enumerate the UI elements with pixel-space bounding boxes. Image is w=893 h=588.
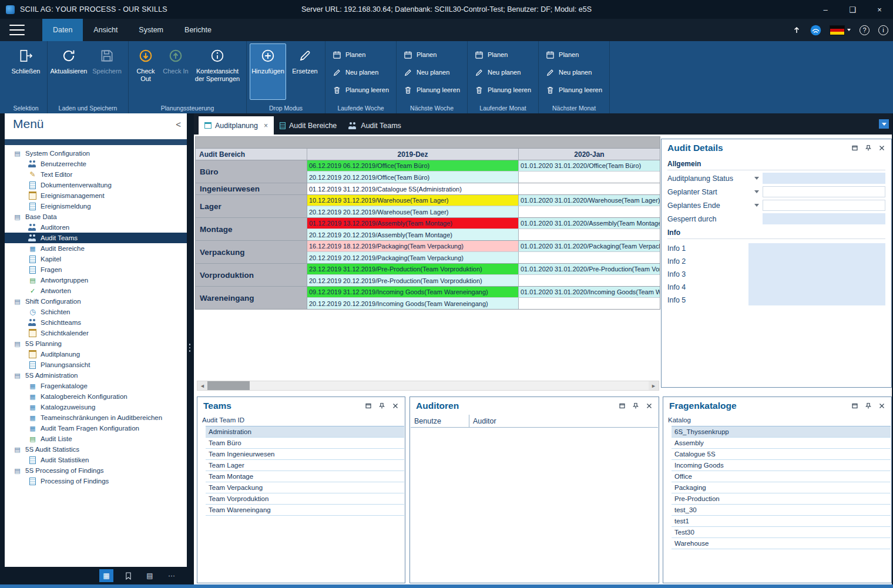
pin-panel-icon[interactable]	[865, 145, 872, 152]
plan-current-week-button[interactable]: Planen	[328, 47, 393, 62]
sidebar-item-katalogbereich-konfiguration[interactable]: Katalogbereich Konfiguration	[5, 391, 187, 402]
sidebar-item-audit-liste[interactable]: Audit Liste	[5, 434, 187, 444]
menu-tab-ansicht[interactable]: Ansicht	[83, 19, 128, 41]
sidebar-item-kapitel[interactable]: Kapitel	[5, 254, 187, 264]
dropdown-caret-icon[interactable]	[754, 204, 763, 207]
sidebar-item-fragen[interactable]: Fragen	[5, 264, 187, 275]
list-item[interactable]: Administration	[206, 426, 404, 438]
plan-cell[interactable]	[519, 172, 660, 183]
list-item[interactable]: test_30	[672, 505, 891, 516]
plan-cell[interactable]	[519, 229, 660, 240]
replan-current-week-button[interactable]: Neu planen	[328, 65, 393, 80]
sidebar-item-audit-bereiche[interactable]: Audit Bereiche	[5, 243, 187, 254]
sidebar-item-schichtkalender[interactable]: Schichtkalender	[5, 328, 187, 338]
clear-next-week-button[interactable]: Planung leeren	[400, 82, 464, 98]
sidebar-item-audit-statistiken[interactable]: Audit Statistiken	[5, 455, 187, 465]
plan-cell[interactable]: 09.12.2019 31.12.2019/Incoming Goods(Tea…	[307, 287, 519, 297]
list-item[interactable]: Incoming Goods	[672, 460, 891, 471]
dropdown-caret-icon[interactable]	[754, 177, 763, 180]
plan-cell[interactable]	[519, 298, 660, 309]
list-item[interactable]: Assembly	[672, 438, 891, 449]
tab-audit-teams[interactable]: Audit Teams	[343, 116, 407, 135]
info-fields-area[interactable]	[748, 243, 885, 305]
pin-panel-icon[interactable]	[632, 402, 639, 409]
sidebar-item-shift-configuration[interactable]: Shift Configuration	[5, 296, 187, 307]
sidebar-item-5s-planning[interactable]: 5S Planning	[5, 338, 187, 349]
gesperrt-durch-field[interactable]	[763, 213, 885, 224]
plan-cell[interactable]	[519, 252, 660, 263]
sidebar-item-audit-team-fragen-konfiguration[interactable]: Audit Team Fragen Konfiguration	[5, 423, 187, 434]
context-view-locks-button[interactable]: Kontextansicht der Sperrungen	[192, 43, 243, 100]
list-item[interactable]: Pre-Production	[672, 493, 891, 505]
list-item[interactable]: Test30	[672, 527, 891, 538]
sidebar-item-ereignismanagement[interactable]: Ereignismanagement	[5, 190, 187, 201]
plan-next-week-button[interactable]: Planen	[400, 47, 464, 62]
sidebar-item-auditplanung[interactable]: Auditplanung	[5, 349, 187, 359]
list-item[interactable]: Team Wareneingang	[206, 505, 404, 516]
plan-cell[interactable]: 01.01.2020 31.01.2020/Warehouse(Team Lag…	[519, 195, 660, 206]
replan-next-week-button[interactable]: Neu planen	[400, 65, 464, 80]
list-item[interactable]: Team Ingenieurwesen	[206, 449, 404, 460]
language-selector[interactable]	[830, 26, 851, 35]
plan-cell[interactable]: 01.01.2020 31.01.2020/Incoming Goods(Tea…	[519, 287, 660, 297]
plan-cell[interactable]	[519, 183, 660, 194]
maximize-button[interactable]: ❑	[839, 0, 866, 19]
hamburger-menu-button[interactable]	[0, 19, 34, 41]
geplantes-ende-field[interactable]	[763, 200, 885, 211]
close-module-button[interactable]: Schließen	[8, 43, 44, 100]
sidebar-item-processing-of-findings[interactable]: Processing of Findings	[5, 476, 187, 486]
scrollbar-track[interactable]	[207, 381, 649, 390]
list-view-button[interactable]: ▤	[143, 569, 157, 582]
plan-cell[interactable]: 01.01.2020 31.01.2020/Assembly(Team Mont…	[519, 218, 660, 229]
replace-mode-button[interactable]: Ersetzen	[288, 43, 322, 100]
float-panel-icon[interactable]	[851, 402, 858, 409]
plan-cell[interactable]: 20.12.2019 20.12.2019/Pre-Production(Tea…	[307, 275, 519, 286]
tab-audit-bereiche[interactable]: Audit Bereiche	[274, 116, 343, 135]
close-panel-icon[interactable]	[392, 402, 399, 409]
plan-current-month-button[interactable]: Planen	[471, 47, 535, 62]
sidebar-item-schichten[interactable]: Schichten	[5, 307, 187, 317]
sidebar-item-audit-teams[interactable]: Audit Teams	[5, 233, 187, 243]
plan-cell[interactable]: 20.12.2019 20.12.2019/Assembly(Team Mont…	[307, 229, 519, 240]
plan-cell[interactable]: 01.01.2020 31.01.2020/Office(Team Büro)	[519, 160, 660, 171]
menu-tab-berichte[interactable]: Berichte	[174, 19, 222, 41]
more-options-button[interactable]: ···	[164, 569, 179, 582]
close-panel-icon[interactable]	[878, 402, 885, 409]
clear-current-month-button[interactable]: Planung leeren	[471, 82, 535, 98]
float-panel-icon[interactable]	[619, 402, 626, 409]
info-icon[interactable]: i	[878, 25, 888, 35]
plan-cell[interactable]: 01.12.2019 31.12.2019/Catalogue 5S(Admin…	[307, 183, 519, 194]
scroll-right-button[interactable]: ►	[649, 381, 659, 390]
close-panel-icon[interactable]	[878, 145, 885, 152]
plan-cell[interactable]: 20.12.2019 20.12.2019/Packaging(Team Ver…	[307, 252, 519, 263]
plan-cell[interactable]: 20.12.2019 20.12.2019/Warehouse(Team Lag…	[307, 206, 519, 217]
tab-list-dropdown-button[interactable]	[879, 119, 889, 129]
plan-cell[interactable]	[519, 275, 660, 286]
sidebar-item-5s-audit-statistics[interactable]: 5S Audit Statistics	[5, 444, 187, 455]
pin-panel-icon[interactable]	[378, 402, 385, 409]
upload-icon[interactable]	[792, 25, 801, 35]
replan-next-month-button[interactable]: Neu planen	[542, 65, 606, 80]
list-item[interactable]: Packaging	[672, 482, 891, 493]
tab-close-icon[interactable]: ×	[264, 122, 268, 130]
list-item[interactable]: 6S_Thyssenkrupp	[672, 426, 891, 438]
clear-next-month-button[interactable]: Planung leeren	[542, 82, 606, 98]
plan-cell[interactable]: 23.12.2019 31.12.2019/Pre-Production(Tea…	[307, 264, 519, 274]
dropdown-caret-icon[interactable]	[754, 190, 763, 193]
sidebar-item-5s-administration[interactable]: 5S Administration	[5, 370, 187, 381]
list-item[interactable]: Warehouse	[672, 538, 891, 549]
list-item[interactable]: Team Vorproduktion	[206, 493, 404, 505]
plan-next-month-button[interactable]: Planen	[542, 47, 606, 62]
menu-tab-system[interactable]: System	[128, 19, 174, 41]
plan-cell[interactable]: 20.12.2019 20.12.2019/Incoming Goods(Tea…	[307, 298, 519, 309]
add-mode-button[interactable]: Hinzufügen	[250, 43, 286, 100]
sidebar-item-planungsansicht[interactable]: Planungsansicht	[5, 359, 187, 370]
sidebar-item-fragenkataloge[interactable]: Fragenkataloge	[5, 381, 187, 391]
sidebar-item-katalogzuweisung[interactable]: Katalogzuweisung	[5, 402, 187, 412]
sidebar-item-antworten[interactable]: Antworten	[5, 285, 187, 296]
refresh-button[interactable]: Aktualisieren	[51, 43, 87, 100]
float-panel-icon[interactable]	[365, 402, 372, 409]
sidebar-item-text-editor[interactable]: Text Editor	[5, 169, 187, 180]
plan-cell[interactable]: 20.12.2019 20.12.2019/Office(Team Büro)	[307, 172, 519, 183]
help-icon[interactable]: ?	[860, 25, 870, 35]
